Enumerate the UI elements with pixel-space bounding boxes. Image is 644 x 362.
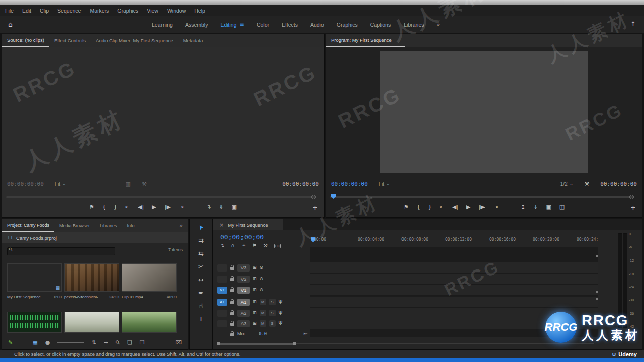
sync-lock-icon[interactable]: ⊞ bbox=[253, 311, 257, 315]
voiceover-record-icon[interactable]: Ψ bbox=[279, 311, 283, 316]
play-icon[interactable]: ▶ bbox=[466, 204, 470, 210]
source-settings-icon[interactable]: ⚒ bbox=[142, 181, 147, 187]
project-item-sequence[interactable]: ▦ My First Sequence0:00 bbox=[7, 263, 62, 299]
track-select-forward-tool-icon[interactable]: ⇉ bbox=[198, 237, 204, 244]
solo-button[interactable]: S bbox=[269, 310, 276, 316]
go-to-in-icon[interactable]: ⇤ bbox=[440, 204, 444, 210]
step-forward-icon[interactable]: |▶ bbox=[165, 204, 171, 210]
scrollbar-dot[interactable] bbox=[596, 298, 598, 300]
zoom-handle-right[interactable] bbox=[293, 342, 296, 345]
mute-button[interactable]: M bbox=[260, 310, 266, 316]
project-item-audio[interactable] bbox=[7, 312, 62, 333]
workspace-tab-graphics[interactable]: Graphics bbox=[337, 22, 358, 28]
track-target-v1[interactable]: V1 bbox=[237, 287, 250, 294]
clip-thumbnail[interactable] bbox=[122, 312, 177, 333]
automate-to-sequence-icon[interactable]: ➞ bbox=[104, 340, 108, 345]
edit-pencil-icon[interactable]: ✎ bbox=[8, 340, 13, 345]
mark-in-icon[interactable]: { bbox=[417, 204, 420, 210]
panel-overflow-icon[interactable]: » bbox=[174, 219, 188, 232]
zoom-scrollbar-thumb[interactable] bbox=[218, 343, 295, 345]
timeline-playhead-line[interactable] bbox=[313, 241, 313, 337]
sequence-tab[interactable]: × My First Sequence ≡ bbox=[213, 219, 283, 230]
safe-margins-icon[interactable]: ▥ bbox=[126, 181, 131, 187]
hand-tool-icon[interactable]: ☝ bbox=[199, 303, 203, 309]
button-editor-icon[interactable]: + bbox=[630, 204, 636, 211]
step-back-icon[interactable]: ◀| bbox=[452, 204, 458, 210]
project-file-row[interactable]: ❐ Camy Foods.prproj bbox=[2, 232, 188, 243]
source-scrubber[interactable] bbox=[6, 194, 316, 200]
menu-help[interactable]: Help bbox=[194, 8, 205, 14]
sync-lock-icon[interactable]: ⊞ bbox=[253, 300, 257, 304]
source-timecode[interactable]: 00;00;00;00 bbox=[7, 180, 44, 187]
tab-metadata[interactable]: Metadata bbox=[178, 34, 208, 47]
mark-out-icon[interactable]: } bbox=[114, 204, 117, 210]
program-zoom-select[interactable]: Fit⌄ bbox=[379, 181, 390, 187]
insert-overwrite-nest-icon[interactable]: ↴ bbox=[220, 243, 224, 248]
mark-in-icon[interactable]: { bbox=[102, 204, 106, 210]
add-marker-icon[interactable]: ⚑ bbox=[89, 204, 94, 210]
go-to-out-icon[interactable]: ⇥ bbox=[179, 204, 183, 210]
scrollbar-dot[interactable] bbox=[596, 255, 598, 257]
source-patch[interactable] bbox=[217, 276, 227, 283]
icon-view-icon[interactable]: ▦ bbox=[32, 340, 37, 345]
extract-icon[interactable]: ↧ bbox=[533, 204, 538, 210]
toggle-track-output-icon[interactable]: ⊙ bbox=[260, 265, 264, 270]
source-zoom-select[interactable]: Fit⌄ bbox=[55, 181, 66, 187]
scrollbar-dot[interactable] bbox=[596, 291, 598, 293]
mix-value[interactable]: 0.0 bbox=[259, 331, 267, 336]
workspace-tab-color[interactable]: Color bbox=[257, 22, 269, 28]
snap-icon[interactable]: ∩ bbox=[231, 243, 234, 248]
menu-graphics[interactable]: Graphics bbox=[117, 8, 138, 14]
workspace-tab-effects[interactable]: Effects bbox=[282, 22, 298, 28]
source-patch[interactable]: V1 bbox=[217, 287, 227, 294]
menu-window[interactable]: Window bbox=[167, 8, 186, 14]
list-view-icon[interactable]: ≣ bbox=[20, 340, 25, 345]
tab-info[interactable]: Info bbox=[122, 219, 140, 232]
tab-source[interactable]: Source: (no clips) bbox=[2, 34, 49, 47]
new-item-icon[interactable]: ❐ bbox=[140, 340, 145, 345]
zoom-out-handle[interactable]: ● bbox=[45, 340, 50, 345]
sync-lock-icon[interactable]: ⊞ bbox=[253, 277, 257, 281]
clip-thumbnail[interactable] bbox=[7, 312, 62, 333]
track-target-a2[interactable]: A2 bbox=[237, 310, 250, 317]
scrubber-track[interactable] bbox=[6, 196, 316, 198]
go-to-out-icon[interactable]: ⇥ bbox=[493, 204, 498, 210]
new-bin-icon[interactable]: ❏ bbox=[127, 340, 132, 345]
workspace-tab-audio[interactable]: Audio bbox=[310, 22, 324, 28]
play-icon[interactable]: ▶ bbox=[152, 204, 156, 210]
track-lock-icon[interactable] bbox=[230, 301, 234, 304]
button-editor-icon[interactable]: + bbox=[312, 204, 318, 211]
clip-thumbnail[interactable]: ▦ bbox=[7, 263, 62, 292]
menu-sequence[interactable]: Sequence bbox=[57, 8, 81, 14]
overwrite-icon[interactable]: ⇓ bbox=[219, 204, 223, 210]
track-lock-icon[interactable] bbox=[230, 278, 234, 281]
source-patch[interactable] bbox=[217, 320, 227, 327]
selection-tool-icon[interactable]: ➤ bbox=[197, 224, 205, 232]
clip-thumbnail[interactable] bbox=[64, 263, 119, 292]
export-frame-icon[interactable]: ▣ bbox=[232, 204, 237, 210]
mute-button[interactable]: M bbox=[260, 320, 266, 327]
close-icon[interactable]: × bbox=[219, 222, 224, 228]
timeline-timecode[interactable]: 00;00;00;00 bbox=[220, 233, 264, 241]
thumbnail-zoom-slider[interactable] bbox=[57, 342, 84, 343]
tab-effect-controls[interactable]: Effect Controls bbox=[49, 34, 91, 47]
track-target-v3[interactable]: V3 bbox=[237, 264, 250, 272]
tab-project[interactable]: Project: Camy Foods bbox=[2, 219, 54, 232]
pen-tool-icon[interactable]: ✒ bbox=[198, 290, 204, 296]
workspace-tab-libraries[interactable]: Libraries bbox=[404, 22, 424, 28]
workspace-overflow-icon[interactable]: » bbox=[437, 22, 440, 27]
share-icon[interactable]: ↥ bbox=[630, 21, 636, 27]
track-target-a1[interactable]: A1 bbox=[237, 299, 250, 306]
search-input[interactable] bbox=[7, 247, 115, 255]
program-timecode[interactable]: 00;00;00;00 bbox=[331, 180, 368, 187]
workspace-tab-captions[interactable]: Captions bbox=[370, 22, 391, 28]
clip-thumbnail[interactable] bbox=[122, 263, 177, 292]
source-patch[interactable] bbox=[217, 264, 227, 272]
sync-lock-icon[interactable]: ⊞ bbox=[253, 321, 257, 326]
solo-button[interactable]: S bbox=[269, 320, 276, 327]
project-item-video4[interactable] bbox=[64, 312, 119, 333]
comparison-view-icon[interactable]: ◫ bbox=[559, 204, 565, 210]
project-item-clip01[interactable]: Clip 01.mp440:09 bbox=[122, 263, 177, 299]
lift-icon[interactable]: ↥ bbox=[521, 204, 525, 210]
mute-button[interactable]: M bbox=[260, 299, 266, 305]
